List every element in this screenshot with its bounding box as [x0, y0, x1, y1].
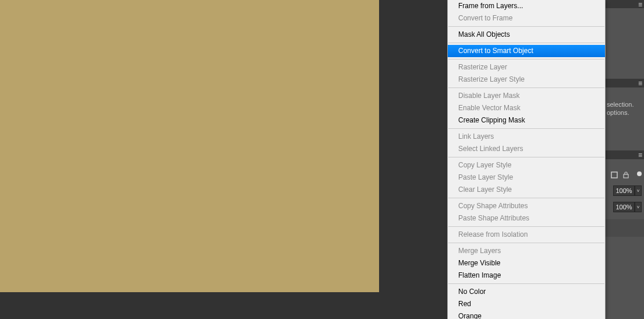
- dot-icon[interactable]: [636, 170, 644, 178]
- menu-item[interactable]: Red: [448, 298, 605, 310]
- layer-row[interactable]: [606, 219, 644, 237]
- panel-menu-icon-3[interactable]: ≡: [638, 151, 644, 159]
- opacity-value[interactable]: 100%: [613, 185, 635, 196]
- artboard-icon[interactable]: [610, 171, 618, 179]
- menu-item: Select Linked Layers: [448, 143, 605, 155]
- svg-point-2: [637, 171, 642, 176]
- menu-separator: [448, 43, 604, 43]
- menu-separator: [448, 26, 604, 27]
- menu-separator: [448, 283, 604, 284]
- menu-item: Merge Layers: [448, 245, 605, 257]
- menu-separator: [448, 198, 604, 198]
- menu-item[interactable]: Flatten Image: [448, 269, 605, 282]
- opacity-dropdown[interactable]: v: [635, 185, 642, 196]
- menu-separator: [448, 226, 604, 227]
- menu-separator: [448, 87, 604, 88]
- menu-item: Rasterize Layer: [448, 61, 605, 73]
- menu-item: Copy Shape Attributes: [448, 200, 605, 212]
- menu-item: Paste Layer Style: [448, 171, 605, 184]
- menu-separator: [448, 128, 604, 129]
- menu-item: Link Layers: [448, 131, 605, 143]
- menu-item[interactable]: Merge Visible: [448, 257, 605, 269]
- menu-item[interactable]: Orange: [448, 310, 605, 319]
- menu-separator: [448, 157, 604, 157]
- right-panel: ≡ ≡ selection. options. ≡ 100% v 100% v: [606, 0, 644, 319]
- svg-rect-0: [611, 172, 617, 178]
- menu-item: Rasterize Layer Style: [448, 73, 605, 86]
- fill-value[interactable]: 100%: [613, 202, 635, 212]
- menu-item[interactable]: Frame from Layers...: [448, 0, 605, 12]
- fill-dropdown[interactable]: v: [635, 202, 642, 212]
- hint-text-1: selection.: [607, 101, 634, 108]
- hint-text-2: options.: [607, 109, 629, 116]
- menu-item: Convert to Frame: [448, 12, 605, 24]
- menu-item[interactable]: Mask All Objects: [448, 29, 605, 41]
- menu-separator: [448, 59, 604, 59]
- menu-item[interactable]: Convert to Smart Object: [448, 45, 605, 57]
- context-menu: Frame from Layers...Convert to FrameMask…: [447, 0, 606, 319]
- menu-item: Enable Vector Mask: [448, 102, 605, 114]
- menu-item: Copy Layer Style: [448, 159, 605, 171]
- menu-item[interactable]: No Color: [448, 286, 605, 298]
- panel-menu-icon[interactable]: ≡: [638, 1, 644, 9]
- panel-menu-icon-2[interactable]: ≡: [638, 79, 644, 87]
- menu-item: Paste Shape Attributes: [448, 212, 605, 225]
- menu-item: Disable Layer Mask: [448, 90, 605, 102]
- menu-item[interactable]: Create Clipping Mask: [448, 114, 605, 127]
- lock-icon[interactable]: [622, 171, 630, 179]
- menu-separator: [448, 243, 604, 243]
- menu-item: Clear Layer Style: [448, 184, 605, 196]
- menu-item: Release from Isolation: [448, 229, 605, 241]
- canvas[interactable]: [0, 0, 379, 292]
- svg-rect-1: [624, 174, 628, 178]
